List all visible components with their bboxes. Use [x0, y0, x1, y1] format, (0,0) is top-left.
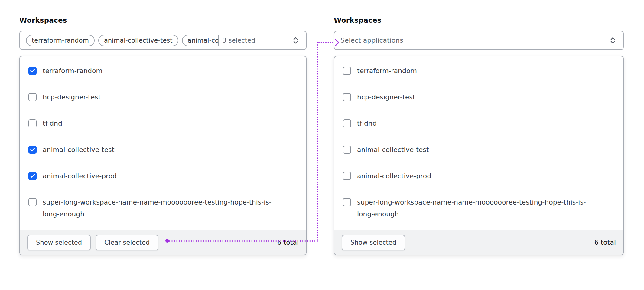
- field-label: Workspaces: [19, 16, 307, 24]
- workspaces-multiselect-expanded: Workspaces terraform-random animal-colle…: [19, 16, 307, 24]
- option-row[interactable]: hcp-designer-test: [20, 84, 306, 110]
- tag: animal-collective-test: [98, 35, 178, 46]
- dropdown-footer: Show selected 6 total: [334, 230, 623, 255]
- option-row[interactable]: tf-dnd: [20, 110, 306, 137]
- dropdown-footer: Show selected Clear selected 6 total: [20, 230, 306, 255]
- option-row[interactable]: animal-collective-prod: [334, 163, 623, 189]
- total-count: 6 total: [277, 239, 299, 246]
- option-label: hcp-designer-test: [357, 91, 415, 103]
- checkbox-checked[interactable]: [28, 67, 37, 75]
- checkbox-unchecked[interactable]: [343, 67, 351, 75]
- checkbox-unchecked[interactable]: [343, 198, 351, 206]
- option-label: super-long-workspace-name-name-moooooore…: [357, 196, 595, 220]
- checkbox-unchecked[interactable]: [28, 198, 37, 206]
- show-selected-button[interactable]: Show selected: [27, 235, 91, 250]
- tag: terraform-random: [26, 35, 95, 46]
- option-row[interactable]: super-long-workspace-name-name-moooooore…: [20, 189, 306, 227]
- show-selected-button[interactable]: Show selected: [342, 235, 405, 250]
- connector-line-horizontal-top: [318, 42, 333, 43]
- selected-count: 3 selected: [223, 37, 255, 44]
- tag-clipped: animal-co: [182, 35, 219, 46]
- checkbox-unchecked[interactable]: [343, 172, 351, 180]
- options-list: terraform-randomhcp-designer-testtf-dnda…: [334, 56, 623, 230]
- checkbox-unchecked[interactable]: [343, 119, 351, 127]
- caret-sort-icon: [609, 36, 617, 45]
- checkbox-unchecked[interactable]: [343, 146, 351, 154]
- option-row[interactable]: animal-collective-test: [334, 137, 623, 163]
- option-label: hcp-designer-test: [43, 91, 101, 103]
- selected-tags: terraform-random animal-collective-test …: [26, 35, 219, 46]
- canvas: Workspaces terraform-random animal-colle…: [0, 0, 644, 290]
- option-label: tf-dnd: [357, 118, 377, 129]
- option-row[interactable]: terraform-random: [20, 58, 306, 84]
- option-row[interactable]: hcp-designer-test: [334, 84, 623, 110]
- option-label: animal-collective-test: [357, 144, 429, 156]
- option-row[interactable]: terraform-random: [334, 58, 623, 84]
- caret-sort-icon: [291, 36, 300, 45]
- total-count: 6 total: [594, 239, 616, 246]
- option-row[interactable]: animal-collective-prod: [20, 163, 306, 189]
- field-label: Workspaces: [334, 16, 624, 24]
- checkbox-checked[interactable]: [28, 172, 37, 180]
- option-label: terraform-random: [357, 65, 417, 77]
- option-label: animal-collective-test: [43, 144, 114, 156]
- option-label: animal-collective-prod: [43, 170, 117, 182]
- option-label: terraform-random: [43, 65, 102, 77]
- option-row[interactable]: animal-collective-test: [20, 137, 306, 163]
- clear-selected-button[interactable]: Clear selected: [96, 235, 158, 250]
- placeholder-text: Select applications: [340, 37, 403, 44]
- checkbox-unchecked[interactable]: [28, 119, 37, 127]
- option-row[interactable]: super-long-workspace-name-name-moooooore…: [334, 189, 623, 227]
- connector-line-vertical: [317, 42, 318, 241]
- options-dropdown: terraform-randomhcp-designer-testtf-dnda…: [19, 56, 307, 255]
- multiselect-trigger[interactable]: terraform-random animal-collective-test …: [19, 31, 307, 50]
- option-row[interactable]: tf-dnd: [334, 110, 623, 137]
- multiselect-trigger[interactable]: Select applications: [334, 31, 624, 50]
- option-label: tf-dnd: [43, 118, 62, 129]
- checkbox-checked[interactable]: [28, 146, 37, 154]
- options-list: terraform-randomhcp-designer-testtf-dnda…: [20, 56, 306, 230]
- option-label: super-long-workspace-name-name-moooooore…: [43, 196, 281, 220]
- option-label: animal-collective-prod: [357, 170, 431, 182]
- workspaces-multiselect-cleared: Workspaces Select applications terraform…: [334, 16, 624, 24]
- options-dropdown: terraform-randomhcp-designer-testtf-dnda…: [334, 56, 624, 255]
- checkbox-unchecked[interactable]: [343, 93, 351, 101]
- checkbox-unchecked[interactable]: [28, 93, 37, 101]
